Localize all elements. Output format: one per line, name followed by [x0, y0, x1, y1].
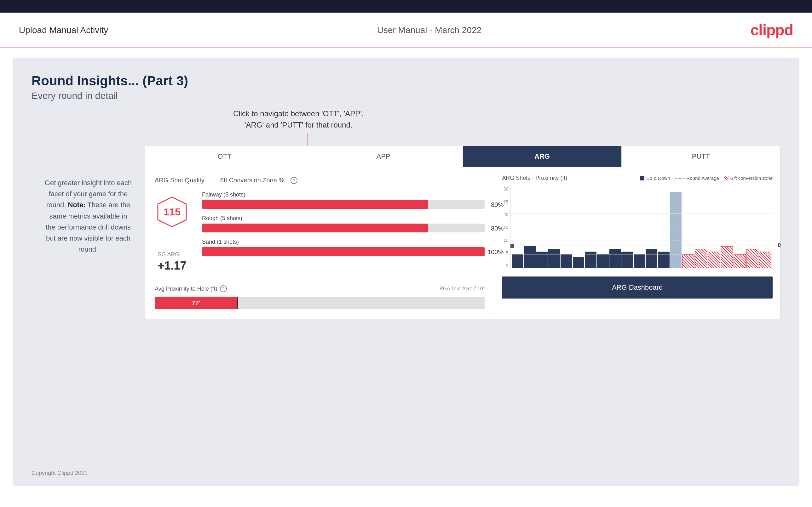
left-panel: ARG Shot Quality 6ft Conversion Zone % ?… — [145, 167, 494, 319]
proximity-cursor — [237, 297, 238, 309]
chart-bar-hatch-6 — [747, 249, 759, 268]
chart-bar-4 — [548, 249, 560, 268]
conversion-dot — [510, 244, 514, 248]
y-axis-25: 25 — [502, 199, 508, 204]
bar-label-rough: Rough (5 shots) — [202, 215, 485, 222]
tab-app[interactable]: APP — [304, 146, 463, 167]
header: Upload Manual Activity User Manual - Mar… — [0, 13, 812, 48]
sg-section: SG ARG +1.17 — [158, 245, 186, 272]
panel-header: ARG Shot Quality 6ft Conversion Zone % ? — [155, 177, 485, 184]
tab-bar: OTT APP ARG PUTT — [145, 146, 780, 167]
conversion-zone-label: 6ft Conversion Zone % — [220, 177, 284, 184]
y-axis-20: 20 — [502, 212, 508, 217]
bar-fill-sand — [202, 247, 485, 256]
bar-track-fairway: 80% — [202, 200, 485, 209]
document-title: User Manual - March 2022 — [377, 25, 481, 35]
proximity-bar-fill: 77' — [155, 297, 237, 309]
hexagon-container: 115 SG ARG +1.17 Fairway (5 shots) — [155, 191, 485, 272]
legend-conversion-label: 6 ft conversion zone — [730, 175, 773, 181]
pga-avg-label: ↑ PGA Tour Avg: 7'10" — [436, 286, 485, 292]
legend-conversion: 6 ft conversion zone — [724, 175, 773, 181]
gridline-25 — [510, 200, 773, 200]
chart-bar-hatch-2 — [695, 249, 707, 268]
chart-legend: Up & Down Round Average 6 ft conversion … — [640, 175, 773, 181]
bars-section: Fairway (5 shots) 80% Rough (5 shots) 80… — [202, 191, 485, 262]
bar-track-rough: 80% — [202, 224, 485, 232]
chart-bar-11 — [633, 255, 645, 268]
chart-bar-12 — [646, 249, 657, 268]
footer-copyright: Copyright Clippd 2021 — [32, 470, 88, 476]
legend-hatch-icon — [724, 176, 728, 180]
chart-bar-2 — [524, 246, 536, 268]
arg-score-hexagon: 115 — [155, 194, 189, 229]
legend-updown-label: Up & Down — [646, 175, 670, 181]
gridline-15 — [510, 227, 773, 227]
chart-area: 8 — [510, 186, 773, 268]
tab-putt[interactable]: PUTT — [622, 146, 780, 167]
help-icon[interactable]: ? — [291, 177, 297, 184]
y-axis-0: 0 — [502, 263, 508, 268]
proximity-value: 77' — [192, 299, 200, 307]
bar-pct-rough: 80% — [491, 225, 504, 232]
insight-description: Get greater insight into each facet of y… — [44, 177, 132, 255]
chart-bars-container — [510, 186, 773, 268]
chart-bar-hatch-4 — [721, 246, 733, 268]
gridline-20 — [510, 213, 773, 214]
chart-bar-5 — [561, 255, 572, 268]
sg-value: +1.17 — [158, 259, 186, 272]
shot-quality-label: ARG Shot Quality — [155, 177, 204, 184]
y-axis-5: 5 — [502, 250, 508, 256]
bar-fill-fairway — [202, 200, 428, 209]
bar-label-fairway: Fairway (5 shots) — [202, 191, 485, 198]
arg-dashboard-button[interactable]: ARG Dashboard — [502, 277, 773, 298]
upload-link[interactable]: Upload Manual Activity — [19, 25, 108, 35]
bar-row-sand: Sand (1 shots) 100% — [202, 239, 485, 256]
page-subtitle: Every round in detail — [32, 91, 780, 101]
bar-fill-rough — [202, 224, 428, 232]
gridline-5 — [510, 254, 773, 255]
chart-bar-hatch-5 — [733, 255, 746, 268]
chart-bar-8 — [597, 255, 609, 268]
proximity-bar: 77' — [155, 297, 485, 309]
y-axis-10: 10 — [502, 238, 508, 243]
top-bar — [0, 0, 812, 13]
conversion-value: 8 — [778, 242, 781, 248]
y-axis-15: 15 — [502, 225, 508, 230]
page-title: Round Insights... (Part 3) — [32, 73, 780, 89]
y-axis-30: 30 — [502, 186, 508, 191]
gridline-10 — [510, 240, 773, 241]
sg-label: SG ARG — [158, 251, 186, 258]
conversion-line: 8 — [510, 246, 773, 246]
legend-updown: Up & Down — [640, 175, 670, 181]
legend-square-icon — [640, 176, 644, 180]
bar-pct-sand: 100% — [488, 248, 504, 256]
legend-round-avg: Round Average — [675, 175, 719, 181]
main-content: Round Insights... (Part 3) Every round i… — [13, 58, 799, 486]
dashboard-panel: OTT APP ARG PUTT ARG Shot Quality 6ft Co… — [145, 146, 780, 319]
tab-arg[interactable]: ARG — [463, 146, 622, 167]
logo: clippd — [751, 21, 793, 39]
bar-label-sand: Sand (1 shots) — [202, 239, 485, 245]
proximity-left: Avg Proximity to Hole (ft) ? — [155, 285, 227, 292]
chart-bar-14 — [670, 192, 682, 268]
chart-bar-1 — [512, 255, 523, 268]
bar-row-fairway: Fairway (5 shots) 80% — [202, 191, 485, 209]
legend-dashed-icon — [675, 178, 685, 178]
chart-bar-hatch-1 — [682, 255, 695, 268]
panel-body: ARG Shot Quality 6ft Conversion Zone % ?… — [145, 167, 780, 319]
proximity-help-icon[interactable]: ? — [220, 285, 227, 292]
legend-round-avg-label: Round Average — [687, 175, 719, 181]
bar-row-rough: Rough (5 shots) 80% — [202, 215, 485, 232]
proximity-label: Avg Proximity to Hole (ft) — [155, 286, 217, 292]
proximity-header: Avg Proximity to Hole (ft) ? ↑ PGA Tour … — [155, 285, 485, 292]
right-panel: ARG Shots - Proximity (ft) Up & Down Rou… — [494, 167, 780, 319]
hex-score: 115 — [163, 206, 180, 218]
proximity-section: Avg Proximity to Hole (ft) ? ↑ PGA Tour … — [155, 279, 485, 309]
chart-header: ARG Shots - Proximity (ft) Up & Down Rou… — [502, 175, 773, 181]
bar-pct-fairway: 80% — [491, 201, 504, 209]
chart-title: ARG Shots - Proximity (ft) — [502, 175, 567, 181]
chart-bar-9 — [609, 249, 621, 268]
chart-bar-6 — [573, 257, 585, 268]
navigation-annotation: Click to navigate between 'OTT', 'APP','… — [233, 108, 364, 131]
tab-ott[interactable]: OTT — [145, 146, 304, 167]
